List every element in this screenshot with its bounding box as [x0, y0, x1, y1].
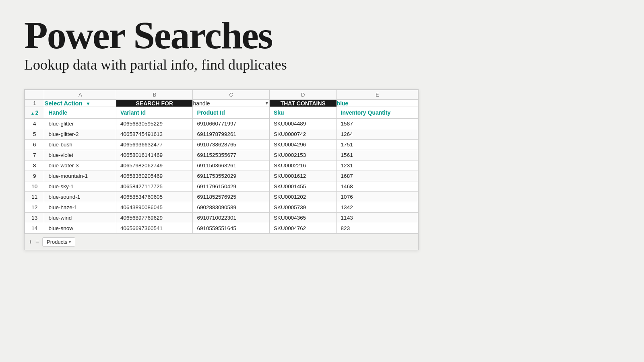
list-icon[interactable]: ≡ [35, 239, 39, 246]
handle-value: handle [193, 100, 210, 107]
cell-sku: SKU0004365 [269, 213, 336, 223]
cell-sku: SKU0004296 [269, 140, 336, 150]
cell-qty: 1687 [336, 171, 418, 181]
cell-qty: 823 [336, 223, 418, 234]
cell-product-id: 6911525355677 [193, 150, 269, 160]
cell-sku: SKU0005739 [269, 202, 336, 213]
row-num-1: 1 [25, 100, 44, 107]
cell-qty: 1264 [336, 129, 418, 140]
cell-product-id: 6910660771997 [193, 119, 269, 129]
col-header-b: B [116, 90, 193, 100]
select-action-label: Select Action [44, 100, 82, 107]
cell-qty: 1468 [336, 181, 418, 192]
search-for-label: SEARCH FOR [136, 100, 173, 107]
cell-handle: blue-glitter [44, 119, 116, 129]
page-container: Power Searches Lookup data with partial … [0, 0, 644, 266]
page-subtitle: Lookup data with partial info, find dupl… [24, 56, 620, 73]
cell-sku: SKU0000742 [269, 129, 336, 140]
col-header-c: C [193, 90, 269, 100]
spreadsheet-table: A B C D E 1 Select Action ▼ SEARCH FOR [25, 90, 418, 234]
cell-product-id: 6911978799261 [193, 129, 269, 140]
row-num-10: 10 [25, 181, 44, 192]
col-header-row: A B C D E [25, 90, 418, 100]
cell-qty: 1342 [336, 202, 418, 213]
column-header-row: 2 Handle Variant Id Product Id Sku Inven… [25, 107, 418, 119]
cell-variant-id: 40643890086045 [116, 202, 193, 213]
handle-cell[interactable]: handle ▼ [193, 100, 269, 107]
blue-value: blue [337, 100, 349, 107]
table-row: 14 blue-snow 40656697360541 691055955164… [25, 223, 418, 234]
cell-sku: SKU0001612 [269, 171, 336, 181]
corner-cell [25, 90, 44, 100]
cell-qty: 1231 [336, 160, 418, 171]
cell-product-id: 6911753552029 [193, 171, 269, 181]
add-sheet-icon[interactable]: + [29, 239, 32, 246]
cell-qty: 1143 [336, 213, 418, 223]
col-header-product-id[interactable]: Product Id [193, 107, 269, 119]
cell-variant-id: 40656897769629 [116, 213, 193, 223]
table-row: 7 blue-violet 40658016141469 69115253556… [25, 150, 418, 160]
cell-sku: SKU0002153 [269, 150, 336, 160]
col-header-sku[interactable]: Sku [269, 107, 336, 119]
col-header-variant-id[interactable]: Variant Id [116, 107, 193, 119]
cell-handle: blue-water-3 [44, 160, 116, 171]
row-num-7: 7 [25, 150, 44, 160]
select-action-arrow[interactable]: ▼ [86, 101, 91, 107]
cell-variant-id: 40658016141469 [116, 150, 193, 160]
cell-product-id: 6911503663261 [193, 160, 269, 171]
table-row: 8 blue-water-3 40657982062749 6911503663… [25, 160, 418, 171]
sheet-tab-products[interactable]: Products ▾ [42, 237, 75, 247]
table-row: 9 blue-mountain-1 40658360205469 6911753… [25, 171, 418, 181]
blue-value-cell[interactable]: blue [336, 100, 418, 107]
handle-dropdown-arrow[interactable]: ▼ [264, 100, 269, 106]
that-contains-cell: THAT CONTAINS [269, 100, 336, 107]
cell-handle: blue-wind [44, 213, 116, 223]
table-row: 10 blue-sky-1 40658427117725 69117961504… [25, 181, 418, 192]
col-header-e: E [336, 90, 418, 100]
row-num-4: 4 [25, 119, 44, 129]
cell-variant-id: 40656697360541 [116, 223, 193, 234]
cell-product-id: 6911796150429 [193, 181, 269, 192]
cell-variant-id: 40658534760605 [116, 192, 193, 202]
col-header-inventory-qty[interactable]: Inventory Quantity [336, 107, 418, 119]
page-title: Power Searches [24, 16, 620, 55]
cell-sku: SKU0001202 [269, 192, 336, 202]
cell-handle: blue-sky-1 [44, 181, 116, 192]
search-for-cell: SEARCH FOR [116, 100, 193, 107]
cell-sku: SKU0004762 [269, 223, 336, 234]
table-row: 5 blue-glitter-2 40658745491613 69119787… [25, 129, 418, 140]
cell-product-id: 6902883090589 [193, 202, 269, 213]
cell-product-id: 6910710022301 [193, 213, 269, 223]
row-num-6: 6 [25, 140, 44, 150]
that-contains-label: THAT CONTAINS [281, 100, 326, 107]
table-row: 13 blue-wind 40656897769629 691071002230… [25, 213, 418, 223]
cell-handle: blue-mountain-1 [44, 171, 116, 181]
cell-handle: blue-violet [44, 150, 116, 160]
bottom-bar: + ≡ Products ▾ [25, 234, 418, 250]
cell-sku: SKU0004489 [269, 119, 336, 129]
cell-variant-id: 40656936632477 [116, 140, 193, 150]
cell-product-id: 6910559551645 [193, 223, 269, 234]
row-num-2: 2 [25, 107, 44, 119]
search-row: 1 Select Action ▼ SEARCH FOR handle ▼ TH… [25, 100, 418, 107]
row-num-13: 13 [25, 213, 44, 223]
table-row: 4 blue-glitter 40656830595229 6910660771… [25, 119, 418, 129]
cell-qty: 1076 [336, 192, 418, 202]
cell-variant-id: 40657982062749 [116, 160, 193, 171]
cell-variant-id: 40658745491613 [116, 129, 193, 140]
cell-sku: SKU0001455 [269, 181, 336, 192]
table-row: 12 blue-haze-1 40643890086045 6902883090… [25, 202, 418, 213]
cell-qty: 1587 [336, 119, 418, 129]
sheet-tab-label: Products [47, 239, 67, 245]
row-num-5: 5 [25, 129, 44, 140]
cell-sku: SKU0002216 [269, 160, 336, 171]
spreadsheet: A B C D E 1 Select Action ▼ SEARCH FOR [24, 89, 419, 250]
col-header-d: D [269, 90, 336, 100]
col-header-handle[interactable]: Handle [44, 107, 116, 119]
cell-handle: blue-bush [44, 140, 116, 150]
cell-handle: blue-glitter-2 [44, 129, 116, 140]
select-action-cell[interactable]: Select Action ▼ [44, 100, 116, 107]
sheet-tab-arrow: ▾ [69, 240, 71, 244]
row-num-8: 8 [25, 160, 44, 171]
table-row: 6 blue-bush 40656936632477 6910738628765… [25, 140, 418, 150]
